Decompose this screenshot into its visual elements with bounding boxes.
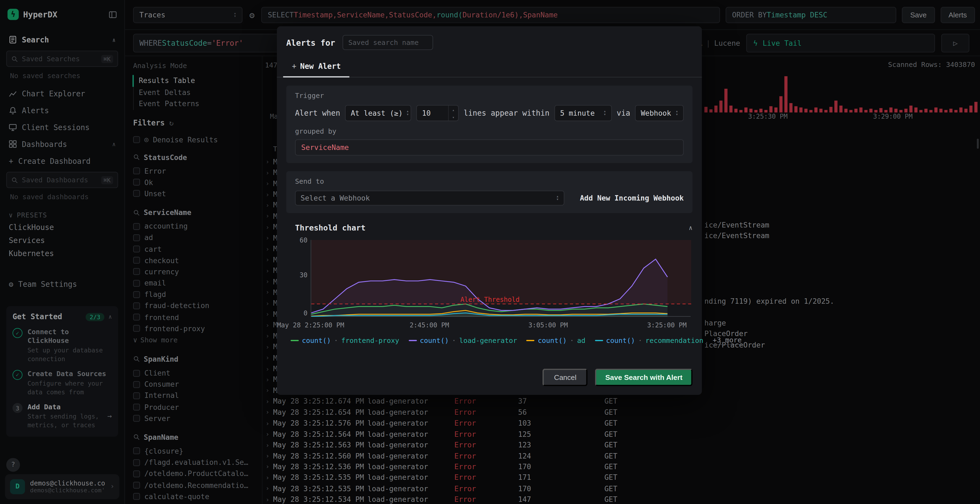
threshold-chart-svg: Alert Threshold (311, 240, 691, 317)
legend-dot: · (638, 336, 642, 345)
legend-series-name: ad (577, 336, 585, 345)
saved-search-name-input[interactable] (343, 35, 433, 50)
legend-fn: count() (606, 336, 635, 345)
legend-dot: · (570, 336, 574, 345)
legend-series-dash (291, 340, 299, 341)
save-search-with-alert-button[interactable]: Save Search with Alert (595, 369, 692, 386)
app-root: ϟ HyperDX Search ∧ ⌘K No saved searches … (0, 0, 980, 504)
chart-legend: count() · frontend-proxy count() · load-… (291, 336, 692, 345)
legend-more-link[interactable]: +3 more (713, 336, 741, 345)
plus-icon: + (292, 62, 296, 70)
threshold-count-input[interactable]: ▴▾ (417, 105, 459, 121)
add-webhook-link[interactable]: Add New Incoming Webhook (580, 194, 684, 202)
legend-entry[interactable]: count() · recommendation (595, 336, 703, 345)
legend-fn: count() (302, 336, 331, 345)
threshold-chart-title: Threshold chart (295, 223, 366, 232)
legend-entry[interactable]: count() · load-generator (409, 336, 517, 345)
webhook-select[interactable]: Select a Webhook ▴▾ (295, 191, 565, 205)
x-axis-labels: May 28 2:25:00 PM2:45:00 PM3:05:00 PM3:2… (310, 321, 690, 330)
select-chevrons-icon: ▴▾ (676, 110, 678, 116)
select-chevrons-icon: ▴▾ (406, 110, 409, 116)
legend-dot: · (334, 336, 338, 345)
chart-plot-area[interactable]: Alert Threshold (310, 240, 690, 317)
appear-within-text: lines appear within (464, 108, 549, 117)
x-axis-label: 3:05:00 PM (528, 321, 568, 329)
grouped-by-value: ServiceName (301, 143, 349, 152)
legend-series-name: recommendation (646, 336, 703, 345)
x-axis-label: 3:25:00 PM (647, 321, 687, 329)
legend-series-dash (595, 340, 603, 341)
grouped-by-label: grouped by (295, 127, 684, 135)
svg-text:Alert Threshold: Alert Threshold (460, 296, 520, 304)
grouped-by-input[interactable]: ServiceName (295, 139, 684, 156)
send-to-label: Send to (295, 177, 684, 186)
number-stepper[interactable]: ▴▾ (448, 106, 458, 121)
cancel-button[interactable]: Cancel (543, 369, 588, 386)
legend-series-dash (409, 340, 417, 341)
x-axis-label: 2:45:00 PM (410, 321, 449, 329)
collapse-chevron-icon[interactable]: ∧ (689, 224, 692, 231)
trigger-panel: Trigger Alert when At least (≥) ▴▾ ▴▾ li… (286, 86, 692, 163)
tab-new-alert[interactable]: + New Alert (283, 57, 350, 77)
channel-select[interactable]: Webhook ▴▾ (635, 105, 684, 121)
y-axis-label: 30 (300, 271, 308, 279)
legend-dot: · (452, 336, 456, 345)
modal-title: Alerts for (286, 38, 336, 47)
select-chevrons-icon: ▴▾ (557, 195, 559, 201)
alert-tabs: + New Alert (277, 57, 702, 77)
time-window-value: 5 minute (560, 108, 595, 117)
legend-series-name: frontend-proxy (341, 336, 399, 345)
channel-value: Webhook (641, 108, 671, 117)
threshold-chart: 60300 Alert Threshold May 28 2:25:00 PM2… (286, 236, 692, 330)
select-chevrons-icon: ▴▾ (603, 110, 606, 116)
y-axis-label: 0 (304, 309, 308, 317)
webhook-select-value: Select a Webhook (301, 194, 370, 202)
alert-modal: Alerts for + New Alert Trigger Alert whe… (277, 26, 702, 395)
legend-entry[interactable]: count() · ad (527, 336, 585, 345)
alert-when-text: Alert when (295, 108, 340, 117)
legend-fn: count() (538, 336, 566, 345)
threshold-count-field[interactable] (417, 106, 448, 121)
condition-select[interactable]: At least (≥) ▴▾ (345, 105, 411, 121)
legend-series-dash (527, 340, 535, 341)
via-text: via (617, 108, 630, 117)
tab-label: New Alert (300, 62, 341, 70)
y-axis-labels: 60300 (286, 236, 308, 317)
legend-entry[interactable]: count() · frontend-proxy (291, 336, 399, 345)
legend-series-name: load-generator (459, 336, 517, 345)
condition-value: At least (≥) (351, 108, 403, 117)
y-axis-label: 60 (300, 236, 308, 244)
trigger-label: Trigger (295, 92, 684, 100)
legend-entries: count() · frontend-proxy count() · load-… (291, 336, 703, 345)
x-axis-label: May 28 2:25:00 PM (277, 321, 344, 329)
time-window-select[interactable]: 5 minute ▴▾ (555, 105, 612, 121)
send-to-panel: Send to Select a Webhook ▴▾ Add New Inco… (286, 171, 692, 213)
legend-fn: count() (420, 336, 449, 345)
